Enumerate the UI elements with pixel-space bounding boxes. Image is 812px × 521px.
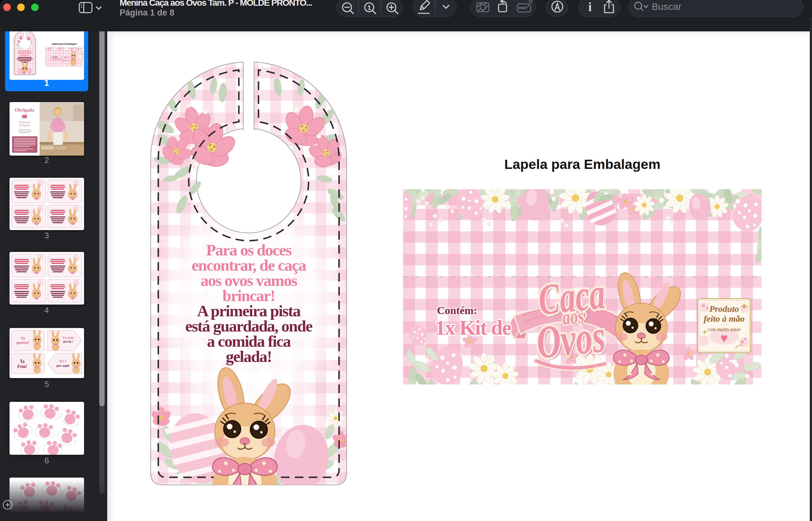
svg-text:Ovos: Ovos <box>62 58 70 63</box>
svg-text:pra lá !: pra lá ! <box>63 340 73 343</box>
svg-text:por aqui: por aqui <box>57 363 69 367</box>
svg-text:Ei! é: Ei! é <box>59 359 66 363</box>
svg-text:Eu acho: Eu acho <box>63 336 74 339</box>
svg-text:Frio!: Frio! <box>18 364 27 369</box>
svg-text:i: i <box>588 0 592 14</box>
svg-text:Lapela para Embalagem: Lapela para Embalagem <box>51 43 77 45</box>
svg-text:Papelaria: Papelaria <box>19 120 30 123</box>
svg-text:1: 1 <box>367 4 371 11</box>
svg-text:Ovos: Ovos <box>534 310 608 368</box>
svg-text:Ta: Ta <box>21 336 25 340</box>
svg-text:Inteligente: Inteligente <box>19 124 30 127</box>
svg-text:1x Kit de: 1x Kit de <box>50 58 61 61</box>
svg-text:quente!: quente! <box>16 340 29 345</box>
svg-text:Obrigada: Obrigada <box>15 108 34 113</box>
svg-text:Ta: Ta <box>20 359 24 364</box>
